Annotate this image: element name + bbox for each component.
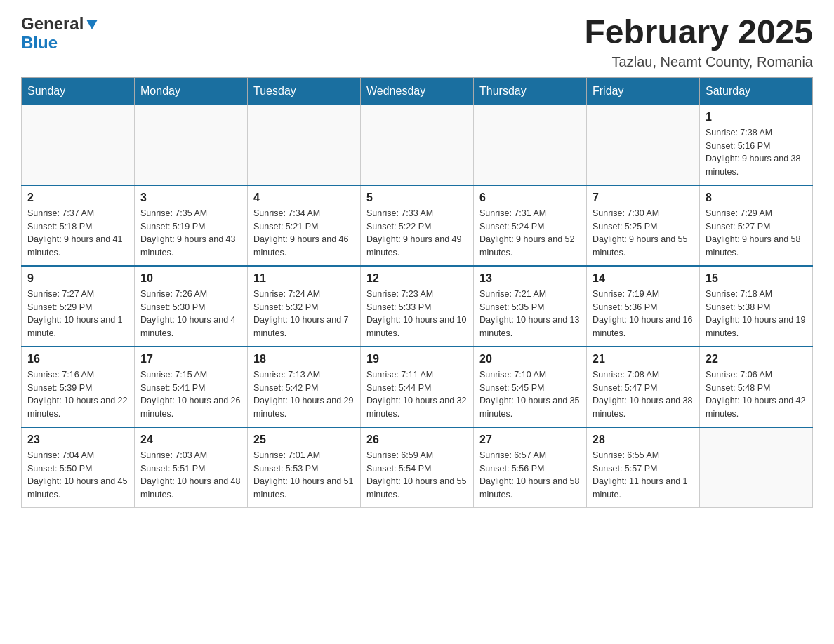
day-number: 13 bbox=[479, 272, 581, 285]
day-info: Sunrise: 7:35 AM Sunset: 5:19 PM Dayligh… bbox=[140, 207, 241, 260]
day-info: Sunrise: 7:24 AM Sunset: 5:32 PM Dayligh… bbox=[253, 288, 355, 340]
calendar-cell: 17Sunrise: 7:15 AM Sunset: 5:41 PM Dayli… bbox=[135, 347, 248, 427]
calendar-header-row: Sunday Monday Tuesday Wednesday Thursday… bbox=[22, 77, 813, 105]
calendar-subtitle: Tazlau, Neamt County, Romania bbox=[584, 54, 813, 70]
day-number: 11 bbox=[253, 272, 355, 285]
day-number: 1 bbox=[706, 111, 807, 123]
day-info: Sunrise: 7:29 AM Sunset: 5:27 PM Dayligh… bbox=[706, 207, 807, 260]
day-info: Sunrise: 7:06 AM Sunset: 5:48 PM Dayligh… bbox=[706, 368, 807, 421]
calendar-cell: 3Sunrise: 7:35 AM Sunset: 5:19 PM Daylig… bbox=[135, 185, 248, 266]
day-info: Sunrise: 7:31 AM Sunset: 5:24 PM Dayligh… bbox=[479, 207, 581, 260]
calendar-cell: 13Sunrise: 7:21 AM Sunset: 5:35 PM Dayli… bbox=[474, 266, 587, 347]
calendar-cell: 1Sunrise: 7:38 AM Sunset: 5:16 PM Daylig… bbox=[700, 105, 813, 185]
day-number: 4 bbox=[253, 192, 355, 204]
col-wednesday: Wednesday bbox=[361, 77, 474, 105]
calendar-row-0: 1Sunrise: 7:38 AM Sunset: 5:16 PM Daylig… bbox=[22, 105, 813, 185]
calendar-cell bbox=[135, 105, 248, 185]
calendar-cell bbox=[587, 105, 700, 185]
day-info: Sunrise: 7:26 AM Sunset: 5:30 PM Dayligh… bbox=[140, 288, 241, 340]
col-saturday: Saturday bbox=[700, 77, 813, 105]
page-header: General Blue February 2025 Tazlau, Neamt… bbox=[21, 14, 813, 70]
day-info: Sunrise: 7:30 AM Sunset: 5:25 PM Dayligh… bbox=[593, 207, 694, 260]
day-number: 21 bbox=[593, 353, 694, 365]
day-info: Sunrise: 7:08 AM Sunset: 5:47 PM Dayligh… bbox=[593, 368, 694, 421]
calendar-cell: 21Sunrise: 7:08 AM Sunset: 5:47 PM Dayli… bbox=[587, 347, 700, 427]
calendar-cell: 6Sunrise: 7:31 AM Sunset: 5:24 PM Daylig… bbox=[474, 185, 587, 266]
day-number: 27 bbox=[479, 434, 581, 446]
calendar-cell: 2Sunrise: 7:37 AM Sunset: 5:18 PM Daylig… bbox=[22, 185, 135, 266]
calendar-cell: 10Sunrise: 7:26 AM Sunset: 5:30 PM Dayli… bbox=[135, 266, 248, 347]
col-friday: Friday bbox=[587, 77, 700, 105]
day-number: 8 bbox=[706, 192, 807, 204]
calendar-cell bbox=[700, 427, 813, 508]
day-info: Sunrise: 7:37 AM Sunset: 5:18 PM Dayligh… bbox=[27, 207, 128, 260]
calendar-row-2: 9Sunrise: 7:27 AM Sunset: 5:29 PM Daylig… bbox=[22, 266, 813, 347]
calendar-cell: 14Sunrise: 7:19 AM Sunset: 5:36 PM Dayli… bbox=[587, 266, 700, 347]
day-number: 20 bbox=[479, 353, 581, 365]
day-info: Sunrise: 6:57 AM Sunset: 5:56 PM Dayligh… bbox=[479, 449, 581, 502]
calendar-cell: 5Sunrise: 7:33 AM Sunset: 5:22 PM Daylig… bbox=[361, 185, 474, 266]
calendar-cell: 16Sunrise: 7:16 AM Sunset: 5:39 PM Dayli… bbox=[22, 347, 135, 427]
title-section: February 2025 Tazlau, Neamt County, Roma… bbox=[584, 14, 813, 70]
calendar-cell bbox=[361, 105, 474, 185]
logo-triangle-icon bbox=[85, 17, 99, 31]
calendar-title: February 2025 bbox=[584, 14, 813, 51]
day-info: Sunrise: 7:38 AM Sunset: 5:16 PM Dayligh… bbox=[706, 126, 807, 179]
calendar-cell: 8Sunrise: 7:29 AM Sunset: 5:27 PM Daylig… bbox=[700, 185, 813, 266]
day-info: Sunrise: 7:04 AM Sunset: 5:50 PM Dayligh… bbox=[27, 449, 128, 502]
calendar-cell: 7Sunrise: 7:30 AM Sunset: 5:25 PM Daylig… bbox=[587, 185, 700, 266]
calendar-cell: 23Sunrise: 7:04 AM Sunset: 5:50 PM Dayli… bbox=[22, 427, 135, 508]
calendar-cell bbox=[22, 105, 135, 185]
day-info: Sunrise: 7:23 AM Sunset: 5:33 PM Dayligh… bbox=[366, 288, 468, 340]
calendar-cell bbox=[474, 105, 587, 185]
calendar-cell: 22Sunrise: 7:06 AM Sunset: 5:48 PM Dayli… bbox=[700, 347, 813, 427]
calendar-row-1: 2Sunrise: 7:37 AM Sunset: 5:18 PM Daylig… bbox=[22, 185, 813, 266]
calendar-cell: 4Sunrise: 7:34 AM Sunset: 5:21 PM Daylig… bbox=[248, 185, 361, 266]
day-number: 14 bbox=[593, 272, 694, 285]
day-info: Sunrise: 7:21 AM Sunset: 5:35 PM Dayligh… bbox=[479, 288, 581, 340]
day-number: 9 bbox=[27, 272, 128, 285]
col-sunday: Sunday bbox=[22, 77, 135, 105]
calendar-cell: 25Sunrise: 7:01 AM Sunset: 5:53 PM Dayli… bbox=[248, 427, 361, 508]
logo-general: General bbox=[21, 14, 84, 34]
day-number: 5 bbox=[366, 192, 468, 204]
day-number: 16 bbox=[27, 353, 128, 365]
day-number: 15 bbox=[706, 272, 807, 285]
calendar-row-4: 23Sunrise: 7:04 AM Sunset: 5:50 PM Dayli… bbox=[22, 427, 813, 508]
day-number: 6 bbox=[479, 192, 581, 204]
calendar-cell: 9Sunrise: 7:27 AM Sunset: 5:29 PM Daylig… bbox=[22, 266, 135, 347]
day-number: 12 bbox=[366, 272, 468, 285]
logo: General Blue bbox=[21, 14, 99, 53]
day-number: 23 bbox=[27, 434, 128, 446]
col-monday: Monday bbox=[135, 77, 248, 105]
calendar-cell bbox=[248, 105, 361, 185]
calendar-cell: 19Sunrise: 7:11 AM Sunset: 5:44 PM Dayli… bbox=[361, 347, 474, 427]
day-number: 10 bbox=[140, 272, 241, 285]
calendar-cell: 24Sunrise: 7:03 AM Sunset: 5:51 PM Dayli… bbox=[135, 427, 248, 508]
day-info: Sunrise: 7:03 AM Sunset: 5:51 PM Dayligh… bbox=[140, 449, 241, 502]
day-number: 19 bbox=[366, 353, 468, 365]
svg-marker-0 bbox=[86, 20, 98, 29]
col-thursday: Thursday bbox=[474, 77, 587, 105]
calendar-table: Sunday Monday Tuesday Wednesday Thursday… bbox=[21, 77, 813, 508]
calendar-cell: 18Sunrise: 7:13 AM Sunset: 5:42 PM Dayli… bbox=[248, 347, 361, 427]
day-number: 22 bbox=[706, 353, 807, 365]
day-number: 3 bbox=[140, 192, 241, 204]
day-number: 2 bbox=[27, 192, 128, 204]
day-number: 28 bbox=[593, 434, 694, 446]
day-info: Sunrise: 6:59 AM Sunset: 5:54 PM Dayligh… bbox=[366, 449, 468, 502]
day-info: Sunrise: 7:16 AM Sunset: 5:39 PM Dayligh… bbox=[27, 368, 128, 421]
day-number: 24 bbox=[140, 434, 241, 446]
day-info: Sunrise: 6:55 AM Sunset: 5:57 PM Dayligh… bbox=[593, 449, 694, 502]
day-info: Sunrise: 7:13 AM Sunset: 5:42 PM Dayligh… bbox=[253, 368, 355, 421]
logo-blue: Blue bbox=[21, 33, 99, 53]
day-info: Sunrise: 7:01 AM Sunset: 5:53 PM Dayligh… bbox=[253, 449, 355, 502]
calendar-row-3: 16Sunrise: 7:16 AM Sunset: 5:39 PM Dayli… bbox=[22, 347, 813, 427]
day-info: Sunrise: 7:27 AM Sunset: 5:29 PM Dayligh… bbox=[27, 288, 128, 340]
day-info: Sunrise: 7:11 AM Sunset: 5:44 PM Dayligh… bbox=[366, 368, 468, 421]
calendar-cell: 12Sunrise: 7:23 AM Sunset: 5:33 PM Dayli… bbox=[361, 266, 474, 347]
day-info: Sunrise: 7:33 AM Sunset: 5:22 PM Dayligh… bbox=[366, 207, 468, 260]
day-number: 18 bbox=[253, 353, 355, 365]
calendar-cell: 28Sunrise: 6:55 AM Sunset: 5:57 PM Dayli… bbox=[587, 427, 700, 508]
day-info: Sunrise: 7:10 AM Sunset: 5:45 PM Dayligh… bbox=[479, 368, 581, 421]
